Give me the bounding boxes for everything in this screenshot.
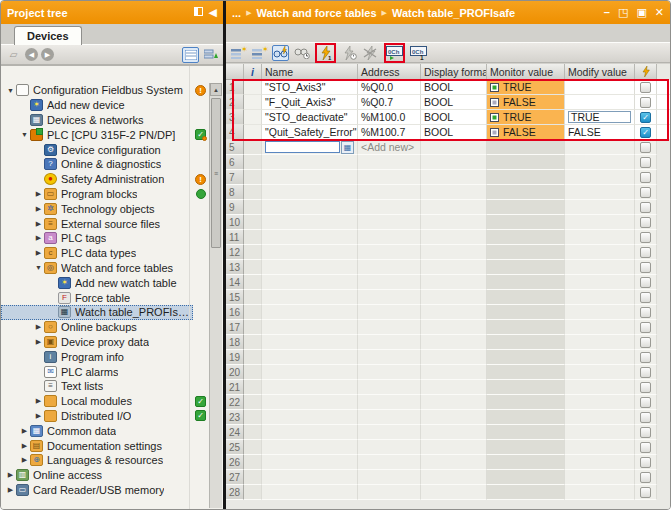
address-cell[interactable]: <Add new>	[358, 140, 421, 155]
tree-item-plc-data-types[interactable]: ▶cPLC data types	[1, 246, 223, 261]
modify-value-cell[interactable]	[565, 155, 635, 170]
collapsed-arrow-icon[interactable]: ▶	[33, 412, 44, 420]
tree-item-add-new-watch-table[interactable]: ✶Add new watch table	[1, 275, 223, 290]
display-format-cell[interactable]	[421, 425, 487, 440]
name-cell[interactable]	[262, 215, 358, 230]
display-format-cell[interactable]: BOOL	[421, 80, 487, 95]
maximize-icon[interactable]: ▣	[636, 7, 646, 18]
tree-item-online-diagnostics[interactable]: ?Online & diagnostics	[1, 157, 223, 172]
address-cell[interactable]	[358, 185, 421, 200]
display-format-cell[interactable]	[421, 380, 487, 395]
row-number[interactable]: 9	[226, 200, 244, 215]
modify-enable-checkbox[interactable]	[640, 187, 651, 198]
address-cell[interactable]	[358, 440, 421, 455]
row-number[interactable]: 8	[226, 185, 244, 200]
modify-value-cell[interactable]	[565, 95, 635, 110]
address-cell[interactable]	[358, 410, 421, 425]
address-cell[interactable]	[358, 305, 421, 320]
header-monitor-value[interactable]: Monitor value	[487, 64, 565, 80]
modify-value-cell[interactable]	[565, 290, 635, 305]
modify-value-cell[interactable]	[565, 440, 635, 455]
tree-item-add-new-device[interactable]: ✶Add new device	[1, 98, 223, 113]
name-cell[interactable]	[262, 335, 358, 350]
modify-value-cell[interactable]	[565, 170, 635, 185]
header-modify-enable[interactable]	[635, 64, 657, 80]
modify-value-cell[interactable]	[565, 425, 635, 440]
collapsed-arrow-icon[interactable]: ▶	[33, 234, 44, 242]
address-cell[interactable]	[358, 335, 421, 350]
tree-item-device-proxy-data[interactable]: ▶▣Device proxy data	[1, 335, 223, 350]
breadcrumb-ellipsis[interactable]: ...	[232, 7, 241, 19]
tree-item-languages-resources[interactable]: ▶⊕Languages & resources	[1, 453, 223, 468]
tree-item-technology-objects[interactable]: ▶✲Technology objects	[1, 201, 223, 216]
modify-value-cell[interactable]	[565, 380, 635, 395]
address-cell[interactable]	[358, 380, 421, 395]
address-cell[interactable]	[358, 425, 421, 440]
display-format-cell[interactable]	[421, 350, 487, 365]
row-number[interactable]: 5	[226, 140, 244, 155]
display-format-cell[interactable]	[421, 320, 487, 335]
panel-splitter[interactable]	[223, 1, 226, 509]
header-modify-value[interactable]: Modify value	[565, 64, 635, 80]
row-number[interactable]: 25	[226, 440, 244, 455]
display-format-cell[interactable]	[421, 260, 487, 275]
new-tag-input[interactable]	[265, 141, 340, 153]
monitor-once-icon[interactable]	[293, 45, 310, 61]
modify-disabled-icon[interactable]	[362, 45, 379, 61]
address-cell[interactable]: %Q0.7	[358, 95, 421, 110]
modify-value-cell[interactable]	[565, 260, 635, 275]
collapsed-arrow-icon[interactable]: ▶	[19, 427, 30, 435]
tree-item-common-data[interactable]: ▶▦Common data	[1, 423, 223, 438]
name-cell[interactable]	[262, 185, 358, 200]
breadcrumb-item-watch-and-force-tables[interactable]: Watch and force tables	[257, 7, 377, 19]
row-number[interactable]: 17	[226, 320, 244, 335]
tree-item-online-access[interactable]: ▶▥Online access	[1, 468, 223, 483]
address-cell[interactable]	[358, 170, 421, 185]
modify-value-cell[interactable]	[565, 485, 635, 500]
tree-item-online-backups[interactable]: ▶○Online backups	[1, 320, 223, 335]
name-cell[interactable]: "STO_Axis3"	[262, 80, 358, 95]
modify-value-input[interactable]: TRUE	[568, 111, 631, 123]
address-cell[interactable]	[358, 275, 421, 290]
modify-enable-checkbox[interactable]	[640, 322, 651, 333]
address-cell[interactable]	[358, 290, 421, 305]
modify-value-cell[interactable]	[565, 275, 635, 290]
modify-enable-checkbox[interactable]	[640, 82, 651, 93]
tree-item-documentation-settings[interactable]: ▶▤Documentation settings	[1, 438, 223, 453]
display-format-cell[interactable]: BOOL	[421, 125, 487, 140]
address-cell[interactable]: %M100.0	[358, 110, 421, 125]
new-item-icon[interactable]: ▱	[5, 47, 22, 63]
header-address[interactable]: Address	[358, 64, 421, 80]
name-cell[interactable]: "F_Quit_Axis3"	[262, 95, 358, 110]
display-format-cell[interactable]	[421, 290, 487, 305]
row-number[interactable]: 10	[226, 215, 244, 230]
address-cell[interactable]	[358, 365, 421, 380]
collapsed-arrow-icon[interactable]: ▶	[33, 220, 44, 228]
modify-enable-checkbox[interactable]	[640, 397, 651, 408]
name-cell[interactable]: "Quit_Safety_Error"	[262, 125, 358, 140]
name-cell[interactable]	[262, 485, 358, 500]
tree-item-program-blocks[interactable]: ▶▭Program blocks	[1, 187, 223, 202]
enable-peripheral-outputs-icon[interactable]: 0Ch	[386, 45, 403, 61]
collapsed-arrow-icon[interactable]: ▶	[5, 471, 16, 479]
modify-enable-checkbox[interactable]	[640, 262, 651, 273]
breadcrumb-item-watch-table-profisafe[interactable]: Watch table_PROFIsafe	[392, 7, 515, 19]
row-number[interactable]: 28	[226, 485, 244, 500]
tree-item-plc-tags[interactable]: ▶aPLC tags	[1, 231, 223, 246]
modify-value-cell[interactable]: FALSE	[565, 125, 635, 140]
name-cell[interactable]	[262, 260, 358, 275]
modify-enable-checkbox[interactable]	[640, 382, 651, 393]
display-format-cell[interactable]	[421, 155, 487, 170]
tree-item-text-lists[interactable]: ≡Text lists	[1, 379, 223, 394]
address-cell[interactable]	[358, 320, 421, 335]
name-cell[interactable]	[262, 395, 358, 410]
auto-collapse-icon[interactable]	[194, 7, 203, 18]
modify-value-cell[interactable]	[565, 80, 635, 95]
tree-item-local-modules[interactable]: ▶Local modules✓	[1, 394, 223, 409]
display-format-cell[interactable]	[421, 170, 487, 185]
row-number[interactable]: 2	[226, 95, 244, 110]
nav-forward-button[interactable]: ▶	[41, 48, 54, 61]
name-cell[interactable]	[262, 230, 358, 245]
header-name[interactable]: Name	[262, 64, 358, 80]
modify-value-cell[interactable]	[565, 185, 635, 200]
